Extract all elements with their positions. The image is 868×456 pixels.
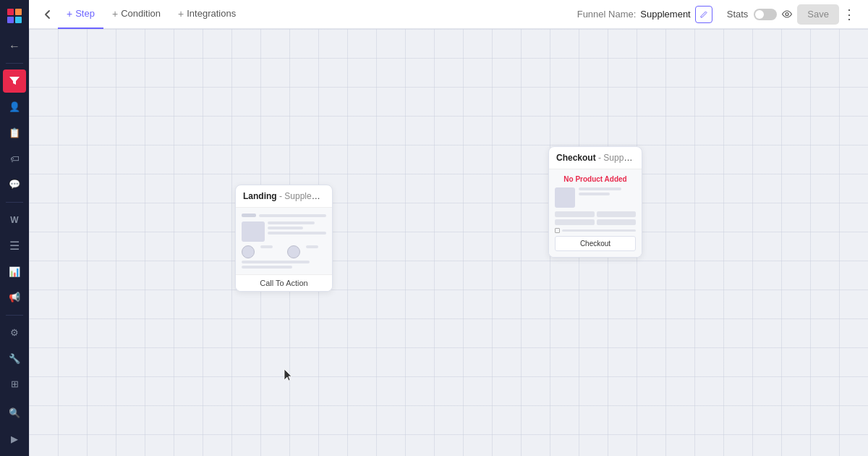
lp-line-1 <box>268 221 315 224</box>
sidebar-item-integrations[interactable]: ⊞ <box>3 373 26 396</box>
sidebar-item-funnels[interactable] <box>3 69 26 93</box>
sidebar-item-settings[interactable]: ⚙ <box>3 321 26 345</box>
toggle-knob <box>755 10 764 19</box>
sidebar: ← 👤 📋 🏷 💬 W ☰ 📊 📢 ⚙ 🔧 ⊞ 🔍 ▶ <box>0 0 29 456</box>
lp-circle-line-1 <box>260 245 273 248</box>
sidebar-divider-3 <box>6 315 23 316</box>
condition-plus-icon: + <box>112 8 118 20</box>
landing-cta-button[interactable]: Call To Action <box>236 274 332 291</box>
lp-image-row <box>242 221 326 242</box>
checkout-card-title: Checkout <box>556 153 596 163</box>
integrations-plus-icon: + <box>178 8 184 20</box>
funnel-name-value: Supplement <box>640 9 690 20</box>
svg-rect-0 <box>7 9 14 15</box>
topbar: + Step + Condition + Integrations Funnel… <box>29 0 868 29</box>
co-field-1 <box>555 211 595 217</box>
stats-label: Stats <box>727 9 749 20</box>
back-nav-icon[interactable]: ← <box>3 35 26 58</box>
mouse-cursor <box>284 368 292 381</box>
sidebar-item-comments[interactable]: 💬 <box>3 173 26 196</box>
co-field-3 <box>555 219 595 225</box>
checkout-card-preview: No Product Added <box>549 169 642 257</box>
sidebar-item-search[interactable]: 🔍 <box>3 402 26 425</box>
lp-line-3 <box>268 232 326 235</box>
more-options-button[interactable]: ⋮ <box>839 4 859 25</box>
checkout-card-header: Checkout - Supplement C... <box>549 147 642 169</box>
checkout-card-subtitle: - Supplement C... <box>598 153 642 163</box>
svg-point-4 <box>786 13 788 16</box>
tab-step[interactable]: + Step <box>58 0 103 29</box>
tab-integrations[interactable]: + Integrations <box>169 0 244 29</box>
stats-area: Stats <box>727 9 778 20</box>
checkout-product-image <box>555 187 575 208</box>
svg-rect-3 <box>15 17 22 23</box>
co-field-4 <box>597 219 637 225</box>
landing-step-card[interactable]: Landing - Supplement La... <box>235 185 333 292</box>
lp-image <box>242 221 265 242</box>
app-logo[interactable] <box>4 6 25 26</box>
lp-line-2 <box>268 227 303 229</box>
landing-card-preview <box>236 208 332 274</box>
sidebar-item-play[interactable]: ▶ <box>3 427 26 450</box>
funnel-name-area: Funnel Name: Supplement <box>577 6 712 23</box>
checkout-checkbox-line <box>562 229 636 232</box>
tab-condition[interactable]: + Condition <box>103 0 169 29</box>
landing-card-header: Landing - Supplement La... <box>236 185 332 208</box>
sidebar-item-wordpress[interactable]: W <box>3 208 26 232</box>
checkout-form-fields <box>555 211 636 225</box>
edit-funnel-name-button[interactable] <box>695 6 712 23</box>
sidebar-item-broadcast[interactable]: 📢 <box>3 286 26 309</box>
lp-circles-row <box>242 245 326 258</box>
canvas[interactable]: Landing - Supplement La... <box>29 29 868 456</box>
main-content: + Step + Condition + Integrations Funnel… <box>29 0 868 456</box>
svg-rect-2 <box>7 17 14 23</box>
landing-preview-topbar <box>242 214 326 217</box>
lp-circle-1 <box>242 245 255 258</box>
landing-card-title: Landing <box>243 191 277 201</box>
checkout-product-row <box>555 187 636 208</box>
save-button[interactable]: Save <box>797 4 839 25</box>
sidebar-item-products[interactable]: 🏷 <box>3 147 26 170</box>
svg-rect-1 <box>15 9 22 15</box>
back-button[interactable] <box>38 4 58 25</box>
stats-toggle[interactable] <box>754 9 777 20</box>
lp-line-5 <box>242 266 292 269</box>
lp-dot-1 <box>242 214 256 217</box>
checkout-button[interactable]: Checkout <box>555 236 636 251</box>
sidebar-item-automation[interactable]: ☰ <box>3 235 26 258</box>
co-line-2 <box>579 193 610 195</box>
sidebar-divider-1 <box>6 63 23 64</box>
lp-line-4 <box>242 261 310 263</box>
sidebar-item-analytics[interactable]: 📊 <box>3 260 26 283</box>
sidebar-item-tools[interactable]: 🔧 <box>3 347 26 370</box>
checkout-checkbox-row <box>555 228 636 233</box>
preview-button[interactable] <box>777 4 797 25</box>
co-field-2 <box>597 211 637 217</box>
checkout-step-card[interactable]: Checkout - Supplement C... No Product Ad… <box>548 146 642 258</box>
sidebar-item-contacts[interactable]: 👤 <box>3 96 26 119</box>
checkout-product-lines <box>579 187 636 195</box>
lp-line-sm <box>259 214 326 217</box>
funnel-name-label: Funnel Name: <box>577 9 637 20</box>
lp-circle-2 <box>287 245 300 258</box>
checkout-checkbox <box>555 228 560 233</box>
landing-card-subtitle: - Supplement La... <box>279 191 332 201</box>
lp-text-lines <box>268 221 326 235</box>
lp-circle-line-2 <box>306 245 318 248</box>
sidebar-item-pages[interactable]: 📋 <box>3 122 26 145</box>
no-product-label: No Product Added <box>555 175 636 183</box>
sidebar-divider-2 <box>6 202 23 203</box>
step-plus-icon: + <box>67 8 72 20</box>
co-line-1 <box>579 187 621 190</box>
lp-extra-lines <box>242 261 326 269</box>
